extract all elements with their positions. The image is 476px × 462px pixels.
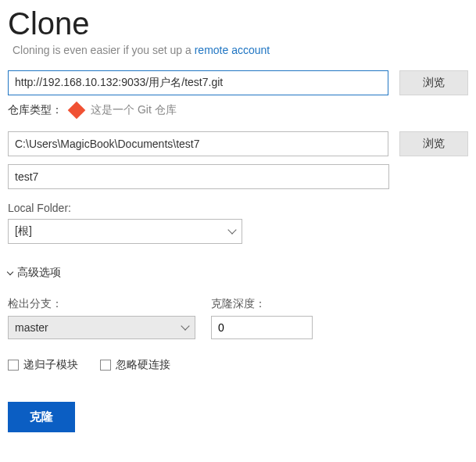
repo-type-label: 仓库类型： (8, 103, 63, 117)
remote-account-link[interactable]: remote account (195, 44, 270, 56)
destination-path-input[interactable] (8, 131, 388, 156)
checkout-branch-selected: master (15, 321, 48, 334)
repo-type-row: 仓库类型： 这是一个 Git 仓库 (8, 103, 468, 117)
no-hardlinks-label: 忽略硬连接 (116, 358, 170, 372)
recurse-submodules-checkbox[interactable]: 递归子模块 (8, 358, 78, 372)
checkout-branch-select[interactable]: master (8, 316, 195, 339)
page-title: Clone (8, 6, 468, 41)
subtitle: Cloning is even easier if you set up a r… (8, 44, 468, 56)
local-folder-select[interactable]: [根] (8, 219, 242, 244)
recurse-submodules-label: 递归子模块 (23, 358, 78, 372)
browse-destination-button[interactable]: 浏览 (399, 131, 468, 156)
repo-type-text: 这是一个 Git 仓库 (91, 103, 177, 117)
clone-depth-input[interactable] (211, 316, 313, 339)
chevron-down-icon (227, 225, 236, 234)
checkbox-icon (8, 360, 19, 371)
local-folder-label: Local Folder: (8, 202, 468, 214)
chevron-down-icon (181, 321, 189, 330)
source-url-input[interactable] (8, 70, 388, 95)
checkout-branch-label: 检出分支： (8, 297, 195, 311)
subtitle-text: Cloning is even easier if you set up a (13, 44, 195, 56)
local-folder-selected: [根] (15, 224, 32, 238)
advanced-options-toggle[interactable]: 高级选项 (8, 266, 468, 280)
chevron-down-icon (7, 268, 13, 274)
clone-button[interactable]: 克隆 (8, 402, 75, 432)
no-hardlinks-checkbox[interactable]: 忽略硬连接 (100, 358, 170, 372)
git-icon (68, 102, 86, 120)
browse-source-button[interactable]: 浏览 (399, 70, 468, 95)
checkbox-icon (100, 360, 111, 371)
name-input[interactable] (8, 164, 389, 189)
advanced-options-label: 高级选项 (17, 266, 61, 280)
clone-depth-label: 克隆深度： (211, 297, 313, 311)
